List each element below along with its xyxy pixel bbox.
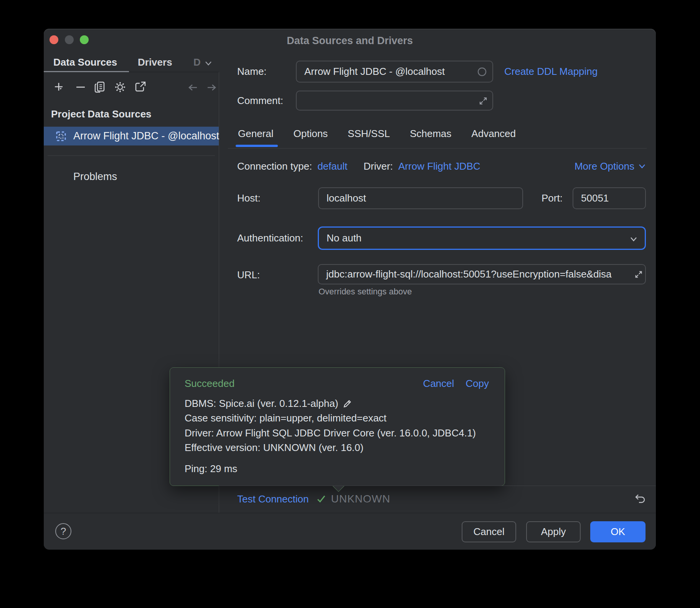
ok-button[interactable]: OK [590,521,646,542]
test-status: UNKNOWN [331,493,390,505]
sidebar-item-problems[interactable]: Problems [73,171,117,183]
popup-driver-line: Driver: Arrow Flight SQL JDBC Driver Cor… [185,427,476,439]
chevron-down-icon [629,235,639,243]
driver-label: Driver: [363,160,393,172]
create-ddl-mapping-link[interactable]: Create DDL Mapping [504,66,598,78]
tab-ssh-ssl[interactable]: SSH/SSL [348,128,390,140]
popup-status: Succeeded [185,378,234,390]
popup-actions: Cancel Copy [423,378,489,390]
titlebar: Data Sources and Drivers [44,29,656,54]
cancel-button-label: Cancel [474,526,505,538]
sidebar-toolbar [44,72,219,102]
host-label: Host: [237,192,261,204]
url-label: URL: [237,269,260,281]
port-label: Port: [542,192,563,204]
url-field-value: jdbc:arrow-flight-sql://localhost:50051?… [326,268,612,280]
tab-schemas[interactable]: Schemas [410,128,451,140]
footer-border [44,513,656,513]
forward-icon[interactable] [205,81,218,94]
database-driver-icon [55,130,67,142]
popup-version-line: Effective version: UNKNOWN (ver. 16.0) [185,442,363,454]
apply-button-label: Apply [541,526,566,538]
popup-pointer [332,480,344,492]
pencil-icon[interactable] [342,398,353,409]
apply-button[interactable]: Apply [526,521,581,542]
tab-advanced[interactable]: Advanced [471,128,516,140]
comment-label: Comment: [237,95,283,107]
test-strip-border [219,486,656,486]
expand-icon[interactable] [478,96,489,106]
name-field[interactable]: Arrow Flight JDBC - @localhost [296,61,493,83]
driver-value-link[interactable]: Arrow Flight JDBC [398,160,480,172]
more-options-label: More Options [575,160,634,172]
datasource-list-item-selected[interactable]: Arrow Flight JDBC - @localhost [44,127,219,145]
connection-type-row: Connection type: default Driver: Arrow F… [237,159,480,173]
window-title: Data Sources and Drivers [44,35,656,47]
test-connection-row: Test Connection UNKNOWN [237,491,390,507]
name-label: Name: [237,66,267,78]
name-field-value: Arrow Flight JDBC - @localhost [304,66,445,78]
datasource-item-label: Arrow Flight JDBC - @localhost [73,130,219,142]
url-hint: Overrides settings above [319,287,412,297]
popup-dbms-text: DBMS: Spice.ai (ver. 0.12.1-alpha) [185,398,338,410]
tab-overflow-chevron-down-icon[interactable] [203,59,214,67]
remove-icon[interactable] [74,81,88,94]
tab-options[interactable]: Options [294,128,328,140]
popup-ping-line: Ping: 29 ms [185,463,237,475]
host-field-value: localhost [327,192,366,204]
port-field-value: 50051 [581,192,609,204]
tab-general[interactable]: General [238,128,274,140]
authentication-value: No auth [327,232,362,244]
cancel-button[interactable]: Cancel [462,521,516,542]
popup-dbms-line: DBMS: Spice.ai (ver. 0.12.1-alpha) [185,398,353,410]
tab-ddl-truncated[interactable]: D [193,56,201,68]
duplicate-icon[interactable] [93,80,107,94]
chevron-down-icon [637,163,647,170]
connection-type-value-link[interactable]: default [317,160,347,172]
port-field[interactable]: 50051 [573,187,646,209]
sidebar-separator [48,155,215,156]
tabs-separator [228,148,647,149]
checkmark-icon [315,493,327,505]
gear-icon[interactable] [113,80,127,94]
more-options-link[interactable]: More Options [575,159,647,173]
back-icon[interactable] [187,81,200,94]
project-data-sources-header: Project Data Sources [51,108,152,120]
connection-type-label: Connection type: [237,160,312,172]
authentication-label: Authentication: [237,232,303,244]
sidebar-tab-strip: Data Sources Drivers D [44,54,219,72]
host-field[interactable]: localhost [318,187,523,209]
ok-button-label: OK [611,526,625,538]
authentication-dropdown[interactable]: No auth [318,226,646,250]
export-icon[interactable] [133,80,147,94]
expand-icon[interactable] [634,269,644,279]
url-field[interactable]: jdbc:arrow-flight-sql://localhost:50051?… [318,264,646,284]
add-icon[interactable] [53,81,66,94]
data-sources-dialog: Data Sources and Drivers Data Sources Dr… [44,29,656,550]
settings-tabs: General Options SSH/SSL Schemas Advanced [238,128,516,140]
test-connection-popup: Succeeded Cancel Copy DBMS: Spice.ai (ve… [170,367,505,486]
revert-icon[interactable] [634,492,647,506]
test-connection-link[interactable]: Test Connection [237,493,309,505]
popup-cancel-link[interactable]: Cancel [423,378,454,390]
spinner-circle-icon [477,67,487,77]
active-settings-tab-underline [236,145,278,147]
help-icon[interactable]: ? [55,523,71,539]
popup-case-line: Case sensitivity: plain=upper, delimited… [185,412,386,424]
popup-copy-link[interactable]: Copy [466,378,489,390]
tab-data-sources[interactable]: Data Sources [53,56,117,68]
comment-field[interactable] [296,91,493,111]
tab-drivers[interactable]: Drivers [138,56,172,68]
